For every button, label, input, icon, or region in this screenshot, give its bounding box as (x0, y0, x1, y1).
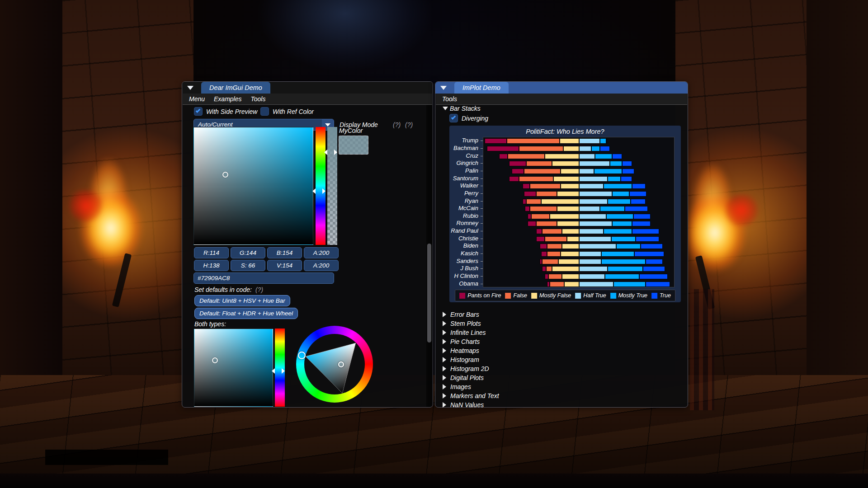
diverging-checkbox[interactable] (449, 114, 458, 122)
bar-segment-mostly-true (616, 244, 641, 249)
diverging-label: Diverging (462, 115, 488, 122)
value-drag-button[interactable]: S: 66 (231, 260, 265, 271)
alpha-bar[interactable] (327, 127, 337, 245)
chart-title: PolitiFact: Who Lies More? (449, 128, 681, 135)
wheel-hue-marker[interactable] (298, 352, 306, 359)
bar-segment-half-true (579, 161, 610, 166)
menu-item-tools[interactable]: Tools (438, 94, 462, 104)
legend-entry[interactable]: Mostly False (531, 292, 571, 299)
implot-window-tab[interactable]: ImPlot Demo (454, 82, 509, 94)
bar-segment-half-true (579, 259, 601, 264)
legend-entry[interactable]: False (505, 292, 527, 299)
value-drag-button[interactable]: G:144 (231, 247, 265, 258)
help-marker[interactable]: (?) (405, 121, 413, 128)
value-drag-button[interactable]: B:154 (267, 247, 302, 258)
implot-titlebar[interactable]: ImPlot Demo (435, 82, 688, 94)
menu-item-tools[interactable]: Tools (246, 94, 270, 104)
tree-node-infinite-lines[interactable]: Infinite Lines (443, 328, 486, 337)
alpha-marker-left-icon (324, 150, 327, 155)
saturation-value-square[interactable] (193, 127, 313, 245)
value-drag-button[interactable]: H:138 (194, 260, 229, 271)
bar-segment-mostly-true (604, 183, 632, 189)
help-marker[interactable]: (?) (393, 121, 401, 128)
bar-segment-false (545, 236, 567, 242)
legend-entry[interactable]: Pants on Fire (459, 292, 501, 299)
chart-legend: Pants on FireFalseMostly FalseHalf TrueM… (455, 290, 675, 301)
checkmark-icon (451, 115, 456, 120)
tree-node-pie-charts[interactable]: Pie Charts (443, 337, 480, 346)
bar-segment-true (641, 244, 663, 249)
saturation-value-square-small[interactable] (194, 328, 273, 407)
tree-node-heatmaps[interactable]: Heatmaps (443, 346, 479, 355)
current-color-swatch[interactable] (339, 136, 368, 155)
default-uint8-button[interactable]: Default: Uint8 + HSV + Hue Bar (194, 295, 290, 306)
bar-segment-mostly-true (606, 214, 633, 219)
bar-segment-false (536, 191, 557, 197)
menu-item-examples[interactable]: Examples (209, 94, 246, 104)
imgui-titlebar[interactable]: Dear ImGui Demo (182, 82, 433, 94)
bar-segment-mostly-true (608, 176, 621, 182)
collapse-arrow-icon[interactable] (187, 86, 193, 90)
bar-segment-mostly-true (600, 206, 624, 211)
tree-node-nan-values[interactable]: NaN Values (443, 400, 484, 409)
bar-segment-pants-on-fire (485, 138, 507, 144)
value-drag-button[interactable]: R:114 (194, 247, 229, 258)
sv-picker-circle[interactable] (222, 172, 228, 178)
collapse-arrow-icon[interactable] (440, 86, 447, 90)
hue-wheel[interactable] (296, 326, 373, 403)
value-drag-button[interactable]: A:200 (304, 260, 339, 271)
tree-node-error-bars[interactable]: Error Bars (443, 310, 479, 319)
bar-segment-true (625, 206, 648, 211)
tree-node-stem-plots[interactable]: Stem Plots (443, 319, 481, 328)
sv-picker-circle-small[interactable] (212, 357, 218, 363)
tree-open-icon[interactable] (443, 107, 448, 110)
hue-bar[interactable] (316, 127, 326, 245)
y-axis-label: Gingrich (449, 160, 478, 166)
with-ref-color-checkbox[interactable] (260, 107, 269, 116)
bar-stacks-node[interactable]: Bar Stacks (450, 105, 481, 112)
triangle-sv-marker[interactable] (338, 361, 344, 367)
legend-entry[interactable]: True (651, 292, 671, 299)
legend-label: True (660, 292, 671, 299)
hsv-triangle[interactable] (296, 326, 373, 403)
value-drag-button[interactable]: A:200 (304, 247, 339, 258)
help-marker[interactable]: (?) (255, 286, 263, 293)
default-float-button[interactable]: Default: Float + HDR + Hue Wheel (194, 308, 298, 319)
legend-entry[interactable]: Half True (575, 292, 606, 299)
bar-segment-false (508, 154, 545, 159)
vertical-scrollbar[interactable] (426, 105, 432, 407)
bar-segment-true (643, 266, 665, 272)
y-axis-label: Walker (449, 182, 478, 189)
swatch-color-overlay (339, 136, 368, 154)
bar-segment-true (633, 214, 651, 219)
legend-color-swatch (505, 293, 511, 299)
plot-area[interactable] (483, 137, 675, 287)
tree-node-histogram-2d[interactable]: Histogram 2D (443, 364, 489, 373)
flame-tip-left (68, 190, 104, 221)
tree-node-label: Images (450, 383, 471, 390)
imgui-window-tab[interactable]: Dear ImGui Demo (201, 82, 270, 94)
bar-segment-mostly-false (545, 154, 579, 159)
y-axis-label: Ryan (449, 197, 478, 204)
tree-node-histogram[interactable]: Histogram (443, 355, 479, 364)
default-uint8-label: Default: Uint8 + HSV + Hue Bar (199, 297, 285, 304)
tree-node-images[interactable]: Images (443, 382, 471, 391)
bar-segment-pants-on-fire (525, 206, 530, 211)
value-drag-button[interactable]: V:154 (267, 260, 302, 271)
hex-input[interactable]: #72909AC8 (193, 272, 334, 284)
tree-node-markers-and-text[interactable]: Markers and Text (443, 391, 499, 400)
legend-entry[interactable]: Mostly True (610, 292, 647, 299)
hue-bar-small[interactable] (275, 328, 285, 407)
scrollbar-grab[interactable] (427, 244, 431, 343)
bar-segment-pants-on-fire (499, 154, 508, 159)
tree-closed-icon (443, 348, 446, 353)
menubar-separator (183, 104, 432, 105)
bar-segment-mostly-true (608, 266, 643, 272)
y-axis-label: J Bush (449, 265, 478, 272)
tree-node-digital-plots[interactable]: Digital Plots (443, 373, 484, 382)
menu-item-menu[interactable]: Menu (184, 94, 209, 104)
bar-stacks-chart: PolitiFact: Who Lies More? TrumpBachmanC… (449, 126, 681, 302)
with-side-preview-checkbox[interactable] (194, 107, 203, 116)
bar-segment-true (632, 229, 659, 234)
bar-segment-false (536, 221, 557, 226)
